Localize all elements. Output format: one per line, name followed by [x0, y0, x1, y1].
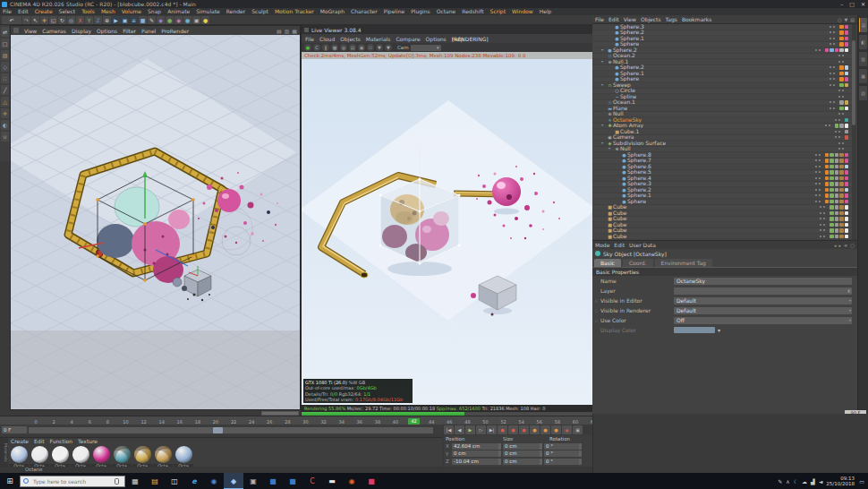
material-picker-button[interactable]: ▼	[376, 44, 383, 51]
material-tag[interactable]	[835, 223, 839, 227]
material-tag[interactable]	[835, 124, 839, 128]
material-tag[interactable]	[839, 48, 844, 53]
menu-tools[interactable]: Tools	[81, 8, 95, 15]
viewport-menu-cameras[interactable]: Cameras	[42, 28, 66, 34]
viewport-layout-icon-1[interactable]: ▤	[277, 28, 282, 34]
menu-character[interactable]: Character	[351, 8, 378, 15]
stepper[interactable]	[498, 443, 501, 450]
om-filter-icon[interactable]: ▼	[844, 17, 847, 22]
om-menu-edit[interactable]: Edit	[608, 16, 619, 22]
material-tag[interactable]	[825, 159, 830, 163]
material-tag[interactable]	[830, 176, 834, 181]
add-camera-button[interactable]: ▣	[192, 16, 200, 24]
edges-mode-button[interactable]: ╱	[1, 85, 9, 95]
reset-view-button[interactable]: ◎	[340, 44, 347, 51]
use-color-field[interactable]: Off▾	[674, 317, 852, 324]
material-tag[interactable]	[839, 188, 844, 193]
material-tag[interactable]	[845, 48, 849, 53]
object-name[interactable]: Sphere.1	[627, 193, 651, 198]
stepper[interactable]	[540, 459, 542, 465]
keyframe-selection-button[interactable]: ▣	[573, 425, 583, 434]
visibility-dots[interactable]	[838, 55, 840, 56]
object-name[interactable]: Sphere.1	[620, 71, 644, 76]
material-tag[interactable]	[839, 223, 844, 227]
editor-viewport-canvas[interactable]	[11, 35, 300, 409]
stepper[interactable]	[579, 459, 582, 465]
x-rotation-field[interactable]: 0 °	[544, 443, 582, 450]
tab-coord-[interactable]: Coord.	[623, 259, 653, 267]
stepper[interactable]	[579, 443, 582, 450]
material-tag[interactable]	[825, 153, 830, 158]
object-name[interactable]: Sphere.2	[627, 187, 651, 193]
live-viewer-menu-objects[interactable]: Objects	[340, 36, 361, 42]
om-menu-file[interactable]: File	[595, 16, 604, 22]
material-tag[interactable]	[830, 235, 834, 239]
layout-tab-layers[interactable]: ▥	[859, 52, 867, 66]
material-tag[interactable]	[825, 165, 830, 169]
volume-icon[interactable]: ◄	[819, 478, 823, 485]
material-tag[interactable]	[845, 188, 849, 193]
task-view-button[interactable]: ▦	[125, 473, 145, 489]
workplane-mode-button[interactable]: ◇	[1, 62, 9, 72]
am-back-icon[interactable]: ◂	[834, 243, 837, 248]
material-tag[interactable]	[825, 188, 830, 193]
object-name[interactable]: Cube	[613, 210, 627, 216]
stepper[interactable]	[579, 450, 582, 457]
visibility-dots[interactable]	[830, 66, 831, 68]
render-canvas[interactable]: GTX 1080 Ti (26.0) %W GBOut-of-core used…	[302, 59, 592, 405]
add-light-button[interactable]: ●	[201, 16, 209, 24]
stepper[interactable]	[540, 443, 542, 450]
record-scale-toggle[interactable]: ●	[519, 425, 529, 434]
render-refresh-button[interactable]: C	[313, 44, 320, 51]
visibility-dots[interactable]	[830, 73, 831, 74]
material-tag[interactable]	[845, 130, 849, 134]
live-viewer-menu-file[interactable]: File	[305, 36, 314, 42]
taskbar-clock[interactable]: 09:13 25/10/2018	[826, 476, 855, 487]
object-name[interactable]: Circle	[620, 88, 635, 93]
visibility-dots[interactable]	[815, 159, 817, 161]
object-name[interactable]: Ocean.2	[613, 53, 635, 58]
next-frame-button[interactable]: ▷	[476, 425, 486, 434]
material-tag[interactable]	[845, 217, 849, 221]
material-tag[interactable]	[839, 235, 844, 239]
am-menu-edit[interactable]: Edit	[614, 242, 625, 248]
material-panel-tab[interactable]: Materials	[0, 438, 8, 468]
menu-help[interactable]: Help	[540, 8, 552, 15]
material-tag[interactable]	[830, 193, 834, 198]
material-tag[interactable]	[839, 107, 844, 111]
material-item-6[interactable]: Octa	[112, 445, 132, 469]
material-tag[interactable]	[835, 48, 839, 53]
material-tag[interactable]	[825, 176, 830, 181]
object-name[interactable]: Sphere.2	[613, 47, 637, 53]
dark-app[interactable]: ▬	[322, 473, 342, 489]
menu-create[interactable]: Create	[35, 8, 53, 15]
material-tag[interactable]	[839, 182, 844, 186]
material-tag[interactable]	[835, 159, 839, 163]
close-button[interactable]: ✕	[861, 0, 865, 8]
visibility-dots[interactable]	[815, 166, 817, 167]
x-size-field[interactable]: 0 cm	[503, 443, 542, 450]
visibility-dots[interactable]	[815, 171, 817, 173]
material-tag[interactable]	[830, 182, 834, 186]
add-mograph-button[interactable]: ●	[166, 16, 174, 24]
redo-button[interactable]: ↷	[22, 16, 30, 24]
frame-slider-handle[interactable]	[213, 427, 223, 433]
visibility-dots[interactable]	[835, 119, 837, 121]
snap-toggle-button[interactable]: ∪	[1, 132, 9, 142]
object-name[interactable]: Sphere.5	[627, 169, 651, 175]
om-menu-tags[interactable]: Tags	[666, 16, 677, 22]
visibility-dots[interactable]	[830, 78, 831, 80]
visibility-dots[interactable]	[820, 218, 821, 219]
material-tag[interactable]	[845, 42, 849, 47]
material-tag[interactable]	[835, 170, 839, 175]
material-item-2[interactable]: Octa	[30, 445, 49, 469]
viewport-menu-panel[interactable]: Panel	[141, 28, 156, 34]
visibility-dots[interactable]	[838, 90, 840, 91]
pink-app[interactable]: ■	[362, 473, 381, 489]
object-name[interactable]: Sphere	[620, 41, 639, 47]
menu-window[interactable]: Window	[512, 8, 533, 15]
material-tag[interactable]	[839, 153, 844, 158]
live-viewer-menu-compare[interactable]: Compare	[396, 36, 420, 42]
material-tag[interactable]	[839, 100, 844, 105]
move-tool[interactable]: ✛	[40, 16, 48, 24]
